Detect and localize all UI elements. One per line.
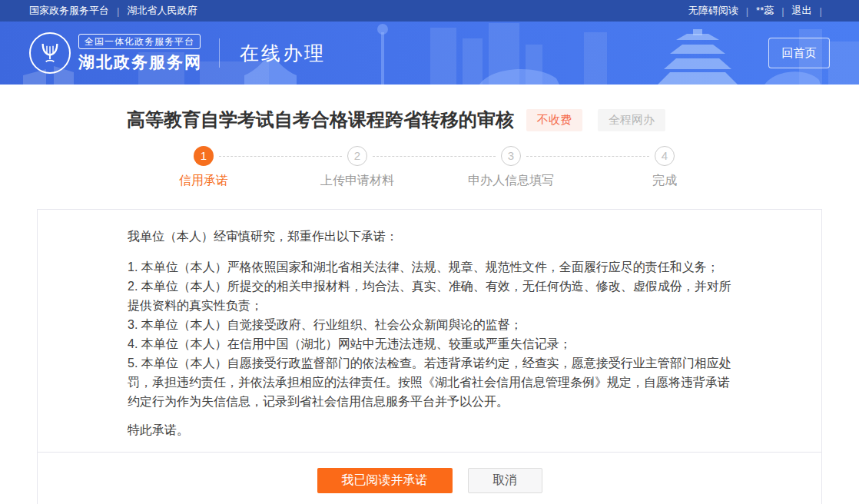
accessibility-reading-link[interactable]: 无障碍阅读 bbox=[688, 4, 738, 18]
step-label: 信用承诺 bbox=[127, 173, 280, 189]
step-number-badge: 2 bbox=[347, 146, 367, 166]
step-number-badge: 3 bbox=[501, 146, 521, 166]
back-to-home-button[interactable]: 回首页 bbox=[768, 38, 830, 68]
step-upload-materials: 2 上传申请材料 bbox=[280, 146, 434, 189]
main-content: 高等教育自学考试自考合格课程跨省转移的审核 不收费 全程网办 1 信用承诺 2 … bbox=[37, 108, 822, 504]
hubei-government-link[interactable]: 湖北省人民政府 bbox=[127, 4, 197, 18]
site-header-banner: 全国一体化政务服务平台 湖北政务服务网 在线办理 回首页 bbox=[0, 22, 859, 85]
commitment-item: 1. 本单位（本人）严格依照国家和湖北省相关法律、法规、规章、规范性文件，全面履… bbox=[128, 257, 741, 277]
commitment-closing: 特此承诺。 bbox=[128, 420, 741, 439]
site-name: 湖北政务服务网 bbox=[78, 51, 202, 73]
site-logo-icon bbox=[29, 32, 71, 74]
separator: | bbox=[746, 5, 748, 17]
step-label: 上传申请材料 bbox=[280, 173, 434, 189]
topbar-user-area: 无障碍阅读 | **蕊 | 退出 | bbox=[688, 4, 830, 18]
banner-divider bbox=[219, 38, 220, 68]
commitment-item: 4. 本单位（本人）在信用中国（湖北）网站中无违法违规、较重或严重失信记录； bbox=[128, 334, 741, 353]
service-title-row: 高等教育自学考试自考合格课程跨省转移的审核 不收费 全程网办 bbox=[127, 108, 822, 132]
national-platform-label: 全国一体化政务服务平台 bbox=[78, 34, 201, 49]
commitment-item: 3. 本单位（本人）自觉接受政府、行业组织、社会公众新闻與论的监督； bbox=[128, 315, 741, 334]
separator: | bbox=[820, 5, 822, 17]
commitment-text: 我单位（本人）经审慎研究，郑重作出以下承诺： 1. 本单位（本人）严格依照国家和… bbox=[38, 210, 821, 439]
action-buttons: 我已阅读并承诺 取消 bbox=[38, 453, 821, 504]
step-complete: 4 完成 bbox=[588, 146, 741, 189]
top-utility-bar: 国家政务服务平台 | 湖北省人民政府 无障碍阅读 | **蕊 | 退出 | bbox=[0, 0, 859, 22]
progress-stepper: 1 信用承诺 2 上传申请材料 3 申办人信息填写 4 完成 bbox=[127, 146, 741, 189]
fee-free-badge: 不收费 bbox=[526, 109, 582, 131]
step-applicant-info: 3 申办人信息填写 bbox=[434, 146, 588, 189]
step-number-badge: 4 bbox=[655, 146, 675, 166]
step-credit-commitment: 1 信用承诺 bbox=[127, 146, 280, 189]
step-number-badge: 1 bbox=[194, 146, 214, 166]
section-title: 在线办理 bbox=[240, 41, 326, 66]
step-label: 完成 bbox=[588, 173, 741, 189]
commitment-intro: 我单位（本人）经审慎研究，郑重作出以下承诺： bbox=[128, 227, 741, 246]
national-platform-link[interactable]: 国家政务服务平台 bbox=[29, 4, 109, 18]
step-label: 申办人信息填写 bbox=[434, 173, 588, 189]
page-title: 高等教育自学考试自考合格课程跨省转移的审核 bbox=[127, 108, 514, 132]
username-link[interactable]: **蕊 bbox=[756, 4, 774, 18]
separator: | bbox=[117, 5, 119, 17]
logout-link[interactable]: 退出 bbox=[792, 4, 812, 18]
cancel-button[interactable]: 取消 bbox=[468, 468, 542, 493]
commitment-item: 5. 本单位（本人）自愿接受行政监督部门的依法检查。若违背承诺约定，经查实，愿意… bbox=[128, 353, 741, 411]
commitment-panel: 我单位（本人）经审慎研究，郑重作出以下承诺： 1. 本单位（本人）严格依照国家和… bbox=[37, 209, 822, 504]
separator: | bbox=[781, 5, 784, 17]
agree-and-continue-button[interactable]: 我已阅读并承诺 bbox=[317, 468, 453, 493]
site-brand: 全国一体化政务服务平台 湖北政务服务网 bbox=[78, 34, 202, 73]
commitment-item: 2. 本单位（本人）所提交的相关申报材料，均合法、真实、准确、有效，无任何伪造、… bbox=[128, 277, 741, 315]
fully-online-badge: 全程网办 bbox=[598, 109, 665, 131]
